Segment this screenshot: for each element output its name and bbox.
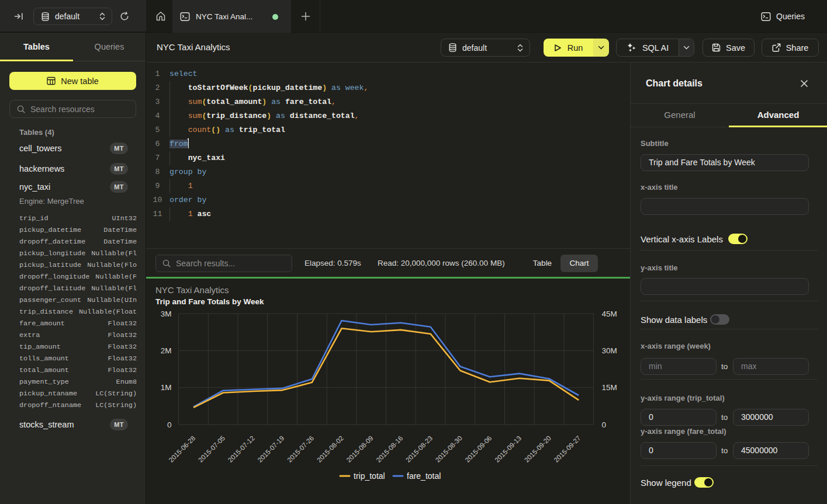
- svg-text:2015-07-26: 2015-07-26: [286, 435, 315, 464]
- svg-text:2015-09-27: 2015-09-27: [553, 435, 582, 464]
- svg-text:30M: 30M: [602, 346, 617, 355]
- svg-text:2015-08-30: 2015-08-30: [434, 435, 463, 464]
- svg-text:2015-09-06: 2015-09-06: [463, 435, 493, 464]
- svg-text:2015-08-02: 2015-08-02: [316, 435, 345, 464]
- svg-text:15M: 15M: [602, 383, 617, 392]
- svg-text:trip_total: trip_total: [354, 471, 385, 481]
- svg-text:2015-07-19: 2015-07-19: [256, 435, 285, 464]
- svg-text:2015-06-28: 2015-06-28: [167, 435, 196, 464]
- svg-text:fare_total: fare_total: [407, 471, 441, 481]
- svg-text:2015-07-05: 2015-07-05: [197, 435, 226, 464]
- svg-text:1M: 1M: [161, 383, 172, 392]
- svg-text:2015-09-20: 2015-09-20: [523, 435, 552, 464]
- svg-text:0: 0: [602, 420, 607, 429]
- svg-text:2015-08-23: 2015-08-23: [404, 435, 434, 464]
- svg-text:2M: 2M: [161, 346, 172, 355]
- svg-text:45M: 45M: [602, 310, 617, 318]
- svg-text:2015-08-09: 2015-08-09: [345, 435, 375, 464]
- svg-text:3M: 3M: [161, 310, 172, 318]
- svg-text:2015-07-12: 2015-07-12: [227, 435, 256, 464]
- svg-text:0: 0: [167, 420, 172, 429]
- svg-text:2015-08-16: 2015-08-16: [375, 435, 404, 464]
- svg-text:2015-09-13: 2015-09-13: [493, 435, 523, 464]
